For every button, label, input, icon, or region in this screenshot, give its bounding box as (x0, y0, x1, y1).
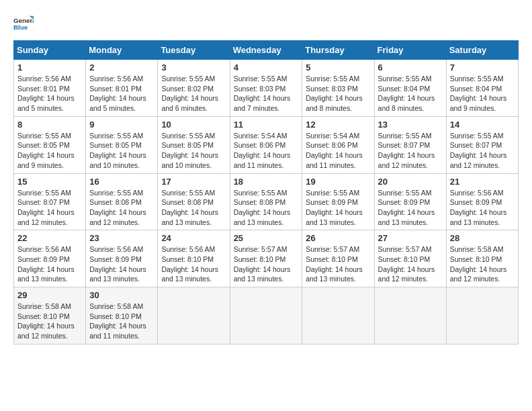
calendar-cell: 14 Sunrise: 5:55 AMSunset: 8:07 PMDaylig… (446, 116, 518, 173)
day-number: 30 (89, 290, 154, 300)
calendar-header-row: SundayMondayTuesdayWednesdayThursdayFrid… (14, 41, 519, 60)
col-header-thursday: Thursday (302, 41, 374, 60)
calendar-week-4: 22 Sunrise: 5:56 AMSunset: 8:09 PMDaylig… (14, 230, 519, 287)
day-info: Sunrise: 5:58 AMSunset: 8:10 PMDaylight:… (89, 302, 146, 340)
col-header-friday: Friday (374, 41, 446, 60)
calendar-week-3: 15 Sunrise: 5:55 AMSunset: 8:07 PMDaylig… (14, 173, 519, 230)
calendar-week-5: 29 Sunrise: 5:58 AMSunset: 8:10 PMDaylig… (14, 287, 519, 345)
calendar-cell: 25 Sunrise: 5:57 AMSunset: 8:10 PMDaylig… (230, 230, 302, 287)
calendar-cell: 5 Sunrise: 5:55 AMSunset: 8:03 PMDayligh… (302, 60, 374, 117)
day-info: Sunrise: 5:56 AMSunset: 8:09 PMDaylight:… (89, 245, 146, 283)
day-number: 5 (306, 62, 370, 73)
calendar-cell: 6 Sunrise: 5:55 AMSunset: 8:04 PMDayligh… (374, 60, 446, 117)
day-number: 29 (17, 290, 82, 300)
calendar-week-2: 8 Sunrise: 5:55 AMSunset: 8:05 PMDayligh… (14, 116, 519, 173)
calendar-cell: 15 Sunrise: 5:55 AMSunset: 8:07 PMDaylig… (14, 173, 86, 230)
day-info: Sunrise: 5:58 AMSunset: 8:10 PMDaylight:… (17, 302, 75, 340)
day-number: 17 (161, 177, 226, 187)
day-number: 9 (89, 120, 154, 130)
calendar-cell: 9 Sunrise: 5:55 AMSunset: 8:05 PMDayligh… (86, 116, 158, 173)
day-number: 12 (306, 120, 370, 130)
day-number: 8 (17, 120, 82, 130)
day-number: 18 (234, 177, 299, 187)
day-info: Sunrise: 5:55 AMSunset: 8:07 PMDaylight:… (378, 132, 435, 169)
calendar-cell: 2 Sunrise: 5:56 AMSunset: 8:01 PMDayligh… (86, 60, 158, 117)
col-header-monday: Monday (86, 41, 158, 60)
day-info: Sunrise: 5:56 AMSunset: 8:09 PMDaylight:… (450, 189, 507, 226)
calendar-cell: 10 Sunrise: 5:55 AMSunset: 8:05 PMDaylig… (158, 116, 230, 173)
day-number: 19 (306, 177, 370, 187)
calendar-cell: 28 Sunrise: 5:58 AMSunset: 8:10 PMDaylig… (446, 230, 518, 287)
day-number: 3 (161, 62, 226, 73)
calendar-cell: 1 Sunrise: 5:56 AMSunset: 8:01 PMDayligh… (14, 60, 86, 117)
day-number: 21 (450, 177, 515, 187)
calendar-cell (158, 287, 230, 345)
day-info: Sunrise: 5:54 AMSunset: 8:06 PMDaylight:… (306, 132, 363, 169)
calendar-cell: 22 Sunrise: 5:56 AMSunset: 8:09 PMDaylig… (14, 230, 86, 287)
calendar-cell (230, 287, 302, 345)
day-number: 24 (161, 233, 226, 243)
day-number: 27 (378, 233, 443, 243)
day-number: 22 (17, 233, 82, 243)
calendar-cell: 4 Sunrise: 5:55 AMSunset: 8:03 PMDayligh… (230, 60, 302, 117)
calendar-cell: 16 Sunrise: 5:55 AMSunset: 8:08 PMDaylig… (86, 173, 158, 230)
day-info: Sunrise: 5:57 AMSunset: 8:10 PMDaylight:… (378, 245, 435, 283)
day-number: 4 (234, 62, 299, 73)
day-info: Sunrise: 5:55 AMSunset: 8:03 PMDaylight:… (234, 75, 291, 112)
calendar-cell (446, 287, 518, 345)
calendar-cell: 27 Sunrise: 5:57 AMSunset: 8:10 PMDaylig… (374, 230, 446, 287)
day-info: Sunrise: 5:55 AMSunset: 8:03 PMDaylight:… (306, 75, 363, 112)
col-header-tuesday: Tuesday (158, 41, 230, 60)
day-number: 26 (306, 233, 370, 243)
calendar-cell: 30 Sunrise: 5:58 AMSunset: 8:10 PMDaylig… (86, 287, 158, 345)
day-info: Sunrise: 5:55 AMSunset: 8:05 PMDaylight:… (17, 132, 75, 169)
day-info: Sunrise: 5:54 AMSunset: 8:06 PMDaylight:… (234, 132, 291, 169)
day-number: 2 (89, 62, 154, 73)
calendar-cell (302, 287, 374, 345)
day-info: Sunrise: 5:55 AMSunset: 8:02 PMDaylight:… (161, 75, 218, 112)
logo-icon: General Blue (13, 13, 34, 34)
calendar-cell: 23 Sunrise: 5:56 AMSunset: 8:09 PMDaylig… (86, 230, 158, 287)
col-header-sunday: Sunday (14, 41, 86, 60)
day-number: 11 (234, 120, 299, 130)
day-info: Sunrise: 5:55 AMSunset: 8:08 PMDaylight:… (234, 189, 291, 226)
day-number: 25 (234, 233, 299, 243)
svg-text:General: General (13, 17, 34, 24)
day-number: 13 (378, 120, 443, 130)
day-info: Sunrise: 5:55 AMSunset: 8:07 PMDaylight:… (17, 189, 75, 226)
svg-text:Blue: Blue (13, 24, 28, 31)
calendar-cell: 3 Sunrise: 5:55 AMSunset: 8:02 PMDayligh… (158, 60, 230, 117)
day-number: 28 (450, 233, 515, 243)
calendar-cell: 29 Sunrise: 5:58 AMSunset: 8:10 PMDaylig… (14, 287, 86, 345)
day-number: 20 (378, 177, 443, 187)
calendar-cell: 11 Sunrise: 5:54 AMSunset: 8:06 PMDaylig… (230, 116, 302, 173)
day-number: 23 (89, 233, 154, 243)
day-info: Sunrise: 5:55 AMSunset: 8:07 PMDaylight:… (450, 132, 507, 169)
calendar-cell: 21 Sunrise: 5:56 AMSunset: 8:09 PMDaylig… (446, 173, 518, 230)
calendar-cell: 20 Sunrise: 5:55 AMSunset: 8:09 PMDaylig… (374, 173, 446, 230)
calendar-cell: 7 Sunrise: 5:55 AMSunset: 8:04 PMDayligh… (446, 60, 518, 117)
calendar-week-1: 1 Sunrise: 5:56 AMSunset: 8:01 PMDayligh… (14, 60, 519, 117)
day-number: 16 (89, 177, 154, 187)
day-info: Sunrise: 5:55 AMSunset: 8:04 PMDaylight:… (378, 75, 435, 112)
calendar-table: SundayMondayTuesdayWednesdayThursdayFrid… (13, 40, 519, 345)
day-info: Sunrise: 5:55 AMSunset: 8:05 PMDaylight:… (89, 132, 146, 169)
day-info: Sunrise: 5:56 AMSunset: 8:01 PMDaylight:… (17, 75, 75, 112)
day-info: Sunrise: 5:56 AMSunset: 8:09 PMDaylight:… (17, 245, 75, 283)
calendar-cell: 18 Sunrise: 5:55 AMSunset: 8:08 PMDaylig… (230, 173, 302, 230)
day-info: Sunrise: 5:55 AMSunset: 8:08 PMDaylight:… (89, 189, 146, 226)
day-info: Sunrise: 5:57 AMSunset: 8:10 PMDaylight:… (234, 245, 291, 283)
calendar-cell: 8 Sunrise: 5:55 AMSunset: 8:05 PMDayligh… (14, 116, 86, 173)
day-info: Sunrise: 5:56 AMSunset: 8:01 PMDaylight:… (89, 75, 146, 112)
day-info: Sunrise: 5:58 AMSunset: 8:10 PMDaylight:… (450, 245, 507, 283)
day-info: Sunrise: 5:55 AMSunset: 8:05 PMDaylight:… (161, 132, 218, 169)
calendar-cell: 13 Sunrise: 5:55 AMSunset: 8:07 PMDaylig… (374, 116, 446, 173)
calendar-cell: 19 Sunrise: 5:55 AMSunset: 8:09 PMDaylig… (302, 173, 374, 230)
day-number: 1 (17, 62, 82, 73)
page-header: General Blue (13, 13, 519, 34)
day-info: Sunrise: 5:55 AMSunset: 8:04 PMDaylight:… (450, 75, 507, 112)
day-number: 14 (450, 120, 515, 130)
day-info: Sunrise: 5:57 AMSunset: 8:10 PMDaylight:… (306, 245, 363, 283)
day-info: Sunrise: 5:55 AMSunset: 8:08 PMDaylight:… (161, 189, 218, 226)
calendar-cell: 17 Sunrise: 5:55 AMSunset: 8:08 PMDaylig… (158, 173, 230, 230)
